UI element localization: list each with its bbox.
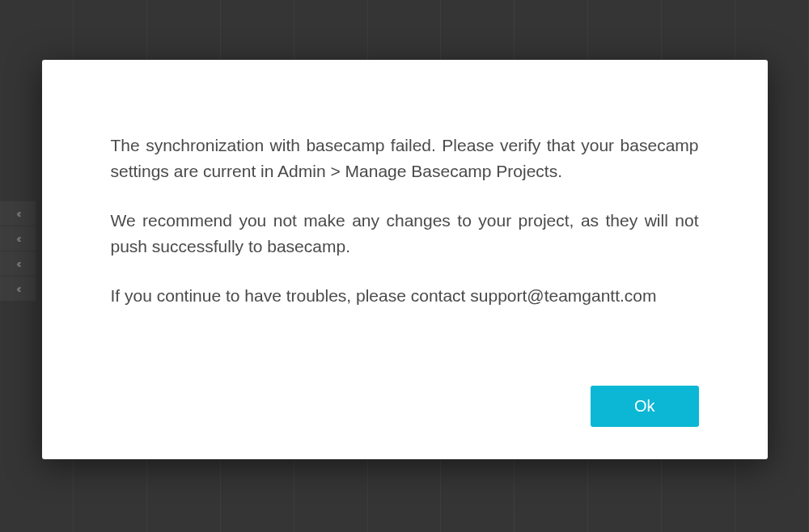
modal-backdrop: The synchronization with basecamp failed… <box>0 0 809 532</box>
dialog-paragraph-3: If you continue to have troubles, please… <box>111 283 699 309</box>
ok-button[interactable]: Ok <box>591 386 699 427</box>
dialog-actions: Ok <box>111 386 699 427</box>
dialog-paragraph-2: We recommend you not make any changes to… <box>111 208 699 259</box>
error-dialog: The synchronization with basecamp failed… <box>42 60 768 459</box>
dialog-body: The synchronization with basecamp failed… <box>111 133 699 309</box>
dialog-paragraph-1: The synchronization with basecamp failed… <box>111 133 699 184</box>
